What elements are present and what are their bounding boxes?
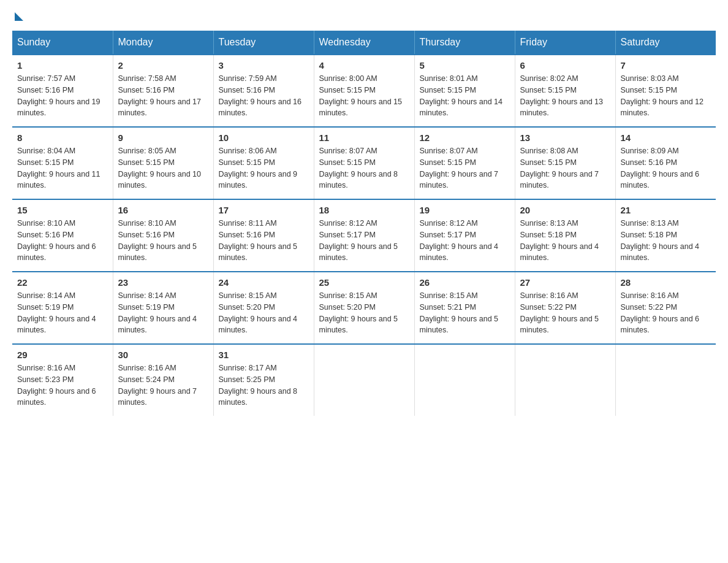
calendar-cell: 8Sunrise: 8:04 AMSunset: 5:15 PMDaylight… xyxy=(12,127,113,199)
calendar-cell: 19Sunrise: 8:12 AMSunset: 5:17 PMDayligh… xyxy=(414,199,515,272)
day-number: 30 xyxy=(118,350,208,360)
day-info: Sunrise: 8:14 AMSunset: 5:19 PMDaylight:… xyxy=(118,290,208,336)
calendar-cell: 1Sunrise: 7:57 AMSunset: 5:16 PMDaylight… xyxy=(12,55,113,127)
calendar-cell: 31Sunrise: 8:17 AMSunset: 5:25 PMDayligh… xyxy=(213,344,314,416)
day-info: Sunrise: 8:06 AMSunset: 5:15 PMDaylight:… xyxy=(219,145,309,191)
day-number: 6 xyxy=(520,60,610,71)
day-number: 15 xyxy=(17,205,108,215)
day-info: Sunrise: 8:13 AMSunset: 5:18 PMDaylight:… xyxy=(520,218,610,264)
day-number: 14 xyxy=(621,132,711,143)
header-friday: Friday xyxy=(515,31,615,55)
day-number: 23 xyxy=(118,277,208,288)
calendar-cell: 27Sunrise: 8:16 AMSunset: 5:22 PMDayligh… xyxy=(515,272,615,344)
day-number: 10 xyxy=(219,132,309,143)
page-header xyxy=(12,12,716,18)
week-row-1: 1Sunrise: 7:57 AMSunset: 5:16 PMDaylight… xyxy=(12,55,716,127)
day-info: Sunrise: 8:02 AMSunset: 5:15 PMDaylight:… xyxy=(520,73,610,119)
calendar-cell: 2Sunrise: 7:58 AMSunset: 5:16 PMDaylight… xyxy=(113,55,213,127)
day-info: Sunrise: 8:07 AMSunset: 5:15 PMDaylight:… xyxy=(319,145,409,191)
logo xyxy=(12,12,25,18)
day-number: 5 xyxy=(420,60,510,71)
calendar-cell: 10Sunrise: 8:06 AMSunset: 5:15 PMDayligh… xyxy=(213,127,314,199)
day-number: 11 xyxy=(319,132,409,143)
day-info: Sunrise: 8:09 AMSunset: 5:16 PMDaylight:… xyxy=(621,145,711,191)
header-tuesday: Tuesday xyxy=(213,31,314,55)
calendar-cell: 6Sunrise: 8:02 AMSunset: 5:15 PMDaylight… xyxy=(515,55,615,127)
calendar-cell: 16Sunrise: 8:10 AMSunset: 5:16 PMDayligh… xyxy=(113,199,213,272)
day-info: Sunrise: 8:12 AMSunset: 5:17 PMDaylight:… xyxy=(319,218,409,264)
calendar-table: SundayMondayTuesdayWednesdayThursdayFrid… xyxy=(12,31,716,416)
day-number: 8 xyxy=(17,132,108,143)
week-row-3: 15Sunrise: 8:10 AMSunset: 5:16 PMDayligh… xyxy=(12,199,716,272)
day-info: Sunrise: 7:57 AMSunset: 5:16 PMDaylight:… xyxy=(17,73,108,119)
day-info: Sunrise: 8:05 AMSunset: 5:15 PMDaylight:… xyxy=(118,145,208,191)
header-thursday: Thursday xyxy=(414,31,515,55)
calendar-cell: 14Sunrise: 8:09 AMSunset: 5:16 PMDayligh… xyxy=(615,127,716,199)
day-number: 7 xyxy=(621,60,711,71)
calendar-cell: 13Sunrise: 8:08 AMSunset: 5:15 PMDayligh… xyxy=(515,127,615,199)
day-info: Sunrise: 8:16 AMSunset: 5:22 PMDaylight:… xyxy=(621,290,711,336)
logo-arrow-icon xyxy=(15,12,23,21)
calendar-cell: 11Sunrise: 8:07 AMSunset: 5:15 PMDayligh… xyxy=(314,127,414,199)
day-number: 29 xyxy=(17,350,108,360)
day-number: 12 xyxy=(420,132,510,143)
calendar-cell: 4Sunrise: 8:00 AMSunset: 5:15 PMDaylight… xyxy=(314,55,414,127)
day-number: 26 xyxy=(420,277,510,288)
calendar-cell: 30Sunrise: 8:16 AMSunset: 5:24 PMDayligh… xyxy=(113,344,213,416)
day-info: Sunrise: 8:15 AMSunset: 5:20 PMDaylight:… xyxy=(319,290,409,336)
header-wednesday: Wednesday xyxy=(314,31,414,55)
day-info: Sunrise: 8:00 AMSunset: 5:15 PMDaylight:… xyxy=(319,73,409,119)
day-info: Sunrise: 8:17 AMSunset: 5:25 PMDaylight:… xyxy=(219,362,309,408)
day-info: Sunrise: 8:12 AMSunset: 5:17 PMDaylight:… xyxy=(420,218,510,264)
calendar-cell: 5Sunrise: 8:01 AMSunset: 5:15 PMDaylight… xyxy=(414,55,515,127)
calendar-cell: 12Sunrise: 8:07 AMSunset: 5:15 PMDayligh… xyxy=(414,127,515,199)
calendar-cell: 7Sunrise: 8:03 AMSunset: 5:15 PMDaylight… xyxy=(615,55,716,127)
day-number: 4 xyxy=(319,60,409,71)
calendar-cell xyxy=(515,344,615,416)
day-number: 1 xyxy=(17,60,108,71)
day-info: Sunrise: 7:58 AMSunset: 5:16 PMDaylight:… xyxy=(118,73,208,119)
calendar-cell: 9Sunrise: 8:05 AMSunset: 5:15 PMDaylight… xyxy=(113,127,213,199)
day-info: Sunrise: 8:04 AMSunset: 5:15 PMDaylight:… xyxy=(17,145,108,191)
day-number: 19 xyxy=(420,205,510,215)
day-info: Sunrise: 8:08 AMSunset: 5:15 PMDaylight:… xyxy=(520,145,610,191)
day-info: Sunrise: 8:15 AMSunset: 5:21 PMDaylight:… xyxy=(420,290,510,336)
header-sunday: Sunday xyxy=(12,31,113,55)
day-info: Sunrise: 7:59 AMSunset: 5:16 PMDaylight:… xyxy=(219,73,309,119)
day-info: Sunrise: 8:01 AMSunset: 5:15 PMDaylight:… xyxy=(420,73,510,119)
day-info: Sunrise: 8:07 AMSunset: 5:15 PMDaylight:… xyxy=(420,145,510,191)
calendar-cell: 20Sunrise: 8:13 AMSunset: 5:18 PMDayligh… xyxy=(515,199,615,272)
day-info: Sunrise: 8:16 AMSunset: 5:23 PMDaylight:… xyxy=(17,362,108,408)
calendar-cell: 23Sunrise: 8:14 AMSunset: 5:19 PMDayligh… xyxy=(113,272,213,344)
week-row-2: 8Sunrise: 8:04 AMSunset: 5:15 PMDaylight… xyxy=(12,127,716,199)
day-number: 2 xyxy=(118,60,208,71)
calendar-cell: 24Sunrise: 8:15 AMSunset: 5:20 PMDayligh… xyxy=(213,272,314,344)
calendar-cell: 21Sunrise: 8:13 AMSunset: 5:18 PMDayligh… xyxy=(615,199,716,272)
day-number: 18 xyxy=(319,205,409,215)
calendar-cell: 22Sunrise: 8:14 AMSunset: 5:19 PMDayligh… xyxy=(12,272,113,344)
day-info: Sunrise: 8:10 AMSunset: 5:16 PMDaylight:… xyxy=(118,218,208,264)
day-number: 22 xyxy=(17,277,108,288)
calendar-cell: 25Sunrise: 8:15 AMSunset: 5:20 PMDayligh… xyxy=(314,272,414,344)
day-number: 3 xyxy=(219,60,309,71)
day-number: 17 xyxy=(219,205,309,215)
calendar-cell xyxy=(314,344,414,416)
day-info: Sunrise: 8:14 AMSunset: 5:19 PMDaylight:… xyxy=(17,290,108,336)
header-monday: Monday xyxy=(113,31,213,55)
calendar-cell: 15Sunrise: 8:10 AMSunset: 5:16 PMDayligh… xyxy=(12,199,113,272)
day-number: 13 xyxy=(520,132,610,143)
header-saturday: Saturday xyxy=(615,31,716,55)
calendar-cell: 18Sunrise: 8:12 AMSunset: 5:17 PMDayligh… xyxy=(314,199,414,272)
calendar-cell xyxy=(615,344,716,416)
day-info: Sunrise: 8:10 AMSunset: 5:16 PMDaylight:… xyxy=(17,218,108,264)
calendar-cell: 3Sunrise: 7:59 AMSunset: 5:16 PMDaylight… xyxy=(213,55,314,127)
day-number: 20 xyxy=(520,205,610,215)
day-number: 31 xyxy=(219,350,309,360)
calendar-cell: 28Sunrise: 8:16 AMSunset: 5:22 PMDayligh… xyxy=(615,272,716,344)
day-number: 28 xyxy=(621,277,711,288)
day-number: 16 xyxy=(118,205,208,215)
calendar-cell xyxy=(414,344,515,416)
day-number: 25 xyxy=(319,277,409,288)
day-number: 21 xyxy=(621,205,711,215)
calendar-header-row: SundayMondayTuesdayWednesdayThursdayFrid… xyxy=(12,31,716,55)
